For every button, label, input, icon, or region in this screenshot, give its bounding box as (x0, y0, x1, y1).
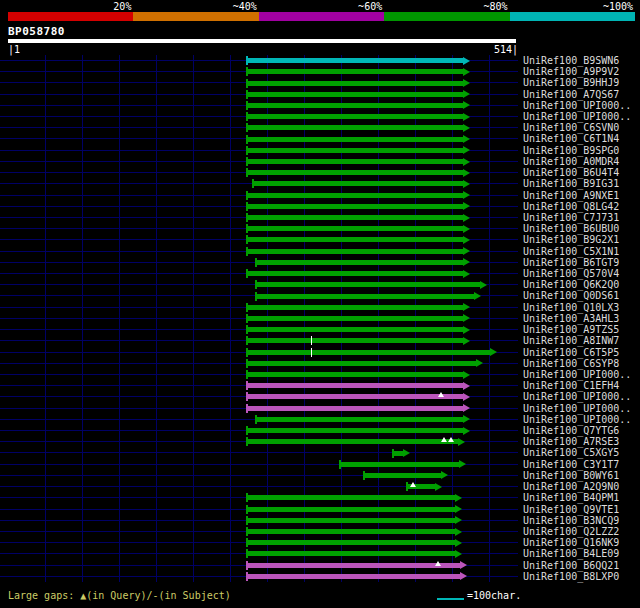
hit-label[interactable]: UniRef100_A3AHL3 (523, 313, 619, 324)
hit-bar[interactable] (247, 507, 455, 512)
hit-label[interactable]: UniRef100_B0WY61 (523, 470, 619, 481)
hit-label[interactable]: UniRef100_A7QS67 (523, 89, 619, 100)
hit-bar[interactable] (247, 125, 462, 130)
hit-label[interactable]: UniRef100_Q570V4 (523, 268, 619, 279)
hit-label[interactable]: UniRef100_A7RSE3 (523, 436, 619, 447)
hit-label[interactable]: UniRef100_B6U4T4 (523, 167, 619, 178)
hit-label[interactable]: UniRef100_C5XGY5 (523, 447, 619, 458)
hit-bar[interactable] (256, 260, 463, 265)
hit-bar[interactable] (253, 181, 463, 186)
hit-label[interactable]: UniRef100_Q9VTE1 (523, 504, 619, 515)
hit-bar[interactable] (247, 529, 455, 534)
hit-label[interactable]: UniRef100_C6T1N4 (523, 133, 619, 144)
hit-label[interactable]: UniRef100_C1EFH4 (523, 380, 619, 391)
hit-bar[interactable] (247, 114, 462, 119)
hit-label[interactable]: UniRef100_UPI000.. (523, 369, 631, 380)
hit-bar-arrowhead (463, 57, 470, 65)
hit-bar[interactable] (393, 451, 403, 456)
hit-bar[interactable] (247, 92, 462, 97)
hit-label[interactable]: UniRef100_Q8LG42 (523, 201, 619, 212)
hit-bar[interactable] (364, 473, 441, 478)
hit-bar[interactable] (247, 170, 462, 175)
hit-bar[interactable] (247, 574, 459, 579)
hit-bar[interactable] (247, 551, 455, 556)
hit-label[interactable]: UniRef100_UPI000.. (523, 403, 631, 414)
hit-label[interactable]: UniRef100_A9P9V2 (523, 66, 619, 77)
hit-bar[interactable] (247, 249, 462, 254)
hit-label[interactable]: UniRef100_A9NXE1 (523, 190, 619, 201)
hit-bar[interactable] (247, 327, 462, 332)
hit-bar[interactable] (247, 406, 462, 411)
scale-segment-5 (510, 12, 635, 21)
hit-label[interactable]: UniRef100_B9IG31 (523, 178, 619, 189)
hit-bar[interactable] (256, 282, 480, 287)
hit-bar[interactable] (247, 137, 462, 142)
hit-bar[interactable] (247, 305, 462, 310)
hit-bar[interactable] (247, 316, 462, 321)
hit-bar[interactable] (247, 361, 476, 366)
hit-label[interactable]: UniRef100_UPI000.. (523, 111, 631, 122)
hit-row: UniRef100_Q16NK9 (0, 537, 640, 548)
hit-bar[interactable] (247, 159, 462, 164)
hit-bar[interactable] (247, 563, 459, 568)
hit-label[interactable]: UniRef100_Q6K2Q0 (523, 279, 619, 290)
hit-label[interactable]: UniRef100_C7J731 (523, 212, 619, 223)
hit-bar[interactable] (247, 428, 462, 433)
hit-bar[interactable] (247, 81, 462, 86)
hit-bar[interactable] (247, 103, 462, 108)
hit-label[interactable]: UniRef100_B9HHJ9 (523, 77, 619, 88)
hit-label[interactable]: UniRef100_UPI000.. (523, 414, 631, 425)
hit-bar-start-cap (246, 314, 248, 323)
hit-bar[interactable] (247, 372, 462, 377)
hit-label[interactable]: UniRef100_C6SYP8 (523, 358, 619, 369)
hit-bar[interactable] (247, 383, 462, 388)
hit-bar[interactable] (247, 204, 462, 209)
hit-bar[interactable] (247, 394, 462, 399)
hit-label[interactable]: UniRef100_B9SWN6 (523, 55, 619, 66)
hit-label[interactable]: UniRef100_A2Q9N0 (523, 481, 619, 492)
hit-bar[interactable] (247, 215, 462, 220)
hit-label[interactable]: UniRef100_Q10LX3 (523, 302, 619, 313)
hit-row: UniRef100_B4QPM1 (0, 492, 640, 503)
hit-label[interactable]: UniRef100_B6QQ21 (523, 560, 619, 571)
hit-bar[interactable] (247, 148, 462, 153)
hit-bar[interactable] (247, 518, 455, 523)
hit-bar[interactable] (247, 193, 462, 198)
hit-bar[interactable] (247, 58, 462, 63)
hit-bar[interactable] (247, 69, 462, 74)
hit-label[interactable]: UniRef100_Q16NK9 (523, 537, 619, 548)
hit-label[interactable]: UniRef100_B8LXP0 (523, 571, 619, 582)
hit-label[interactable]: UniRef100_UPI000.. (523, 391, 631, 402)
hit-label[interactable]: UniRef100_B9G2X1 (523, 234, 619, 245)
hit-label[interactable]: UniRef100_A8INW7 (523, 335, 619, 346)
hit-bar[interactable] (247, 439, 458, 444)
hit-label[interactable]: UniRef100_B3NCQ9 (523, 515, 619, 526)
hit-label[interactable]: UniRef100_B6UBU0 (523, 223, 619, 234)
hit-label[interactable]: UniRef100_B6TGT9 (523, 257, 619, 268)
hit-bar-start-cap (246, 549, 248, 558)
hit-bar[interactable] (256, 417, 463, 422)
hit-label[interactable]: UniRef100_A9TZS5 (523, 324, 619, 335)
hit-label[interactable]: UniRef100_B9SPG0 (523, 145, 619, 156)
hit-label[interactable]: UniRef100_Q7YTG6 (523, 425, 619, 436)
hit-label[interactable]: UniRef100_C3Y1T7 (523, 459, 619, 470)
hit-label[interactable]: UniRef100_B4LE09 (523, 548, 619, 559)
hit-bar[interactable] (256, 294, 474, 299)
hit-bar[interactable] (247, 495, 455, 500)
hit-bar[interactable] (247, 338, 462, 343)
hit-bar[interactable] (247, 350, 490, 355)
hit-label[interactable]: UniRef100_UPI000.. (523, 100, 631, 111)
hit-row: UniRef100_C6T5P5 (0, 347, 640, 358)
hit-label[interactable]: UniRef100_C5X1N1 (523, 246, 619, 257)
hit-label[interactable]: UniRef100_Q2LZZ2 (523, 526, 619, 537)
hit-label[interactable]: UniRef100_C6SVN0 (523, 122, 619, 133)
hit-bar[interactable] (340, 462, 459, 467)
hit-bar[interactable] (247, 540, 455, 545)
hit-label[interactable]: UniRef100_Q0DS61 (523, 290, 619, 301)
hit-bar[interactable] (247, 271, 462, 276)
hit-bar[interactable] (247, 226, 462, 231)
hit-label[interactable]: UniRef100_A0MDR4 (523, 156, 619, 167)
hit-bar[interactable] (247, 237, 462, 242)
hit-label[interactable]: UniRef100_B4QPM1 (523, 492, 619, 503)
hit-label[interactable]: UniRef100_C6T5P5 (523, 347, 619, 358)
